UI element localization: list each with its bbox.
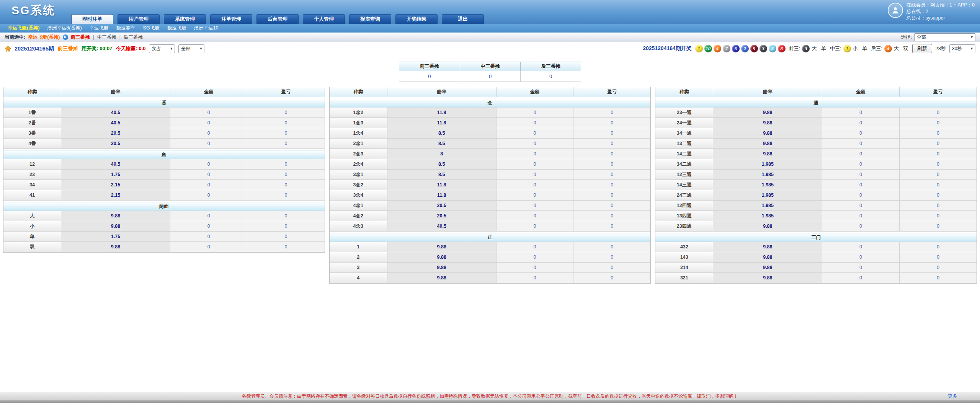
profit-cell: 0 (900, 263, 977, 273)
odds-cell[interactable]: 1.985 (713, 201, 822, 211)
tab-4[interactable]: 后台管理 (256, 14, 299, 24)
odds-cell[interactable]: 8.5 (387, 139, 497, 149)
odds-cell[interactable]: 20.5 (61, 128, 170, 139)
bet-type-cell: 单 (3, 232, 61, 242)
odds-cell[interactable]: 9.88 (387, 242, 497, 252)
more-link[interactable]: 更多 (948, 393, 957, 400)
front3-label: 前三: (789, 45, 800, 52)
subnav-item-6[interactable]: 澳洲幸运10 (190, 25, 222, 31)
odds-cell[interactable]: 2.15 (61, 180, 170, 190)
odds-cell[interactable]: 40.5 (387, 221, 497, 232)
odds-cell[interactable]: 9.88 (713, 242, 822, 252)
odds-cell[interactable]: 9.88 (387, 263, 497, 273)
back3-label: 后三: (871, 45, 882, 52)
refresh-interval-select[interactable]: 30秒 ▼ (949, 44, 975, 53)
odds-cell[interactable]: 1.985 (713, 180, 822, 190)
odds-cell[interactable]: 1.985 (713, 211, 822, 221)
odds-cell[interactable]: 11.8 (387, 180, 497, 190)
game-subnav: 幸运飞艇(番摊)澳洲幸运8(番摊)幸运飞艇极速赛车SG飞艇极速飞艇澳洲幸运10 (0, 24, 980, 33)
home-icon[interactable] (5, 46, 11, 52)
tab-1[interactable]: 用户管理 (118, 14, 160, 24)
subnav-item-3[interactable]: 极速赛车 (113, 25, 139, 31)
odds-cell[interactable]: 8.5 (387, 170, 497, 180)
tab-2[interactable]: 系统管理 (164, 14, 206, 24)
scope-select[interactable]: 全部 ▼ (178, 44, 204, 53)
odds-cell[interactable]: 20.5 (61, 139, 170, 149)
play-icon[interactable]: ▶ (63, 34, 68, 40)
bet-type-cell: 12三通 (655, 170, 713, 180)
odds-cell[interactable]: 9.88 (387, 273, 497, 283)
odds-cell[interactable]: 9.88 (713, 108, 822, 118)
odds-cell[interactable]: 9.88 (713, 273, 822, 283)
bet-type-cell: 1念3 (330, 118, 387, 128)
subnav-item-4[interactable]: SG飞艇 (139, 25, 163, 31)
mode-link-1[interactable]: 中三番摊 (97, 34, 116, 41)
odds-cell[interactable]: 9.88 (713, 139, 822, 149)
odds-cell[interactable]: 9.88 (713, 221, 822, 232)
amount-cell: 0 (497, 273, 573, 283)
bet-type-cell: 23四通 (655, 221, 713, 232)
odds-cell[interactable]: 40.5 (61, 108, 170, 118)
filter-select[interactable]: 全部 ▼ (914, 33, 975, 41)
section-title-通: 通 (655, 99, 977, 108)
profit-cell: 0 (900, 139, 977, 149)
odds-cell[interactable]: 9.88 (713, 263, 822, 273)
odds-cell[interactable]: 9.88 (713, 252, 822, 263)
subnav-item-0[interactable]: 幸运飞艇(番摊) (4, 25, 43, 31)
amount-cell: 0 (170, 221, 247, 232)
odds-cell[interactable]: 9.88 (61, 221, 170, 232)
table-row: 2念18.500 (330, 139, 651, 149)
tab-6[interactable]: 报表查询 (349, 14, 391, 24)
mid3-label: 中三: (830, 45, 841, 52)
table-row: 4番20.500 (3, 139, 325, 149)
table-header-row: 种类赔率金额盈亏 (3, 87, 325, 97)
profit-cell: 0 (247, 211, 324, 221)
tab-5[interactable]: 个人管理 (303, 14, 345, 24)
tab-3[interactable]: 注单管理 (210, 14, 252, 24)
odds-cell[interactable]: 9.88 (387, 252, 497, 263)
mode-link-0[interactable]: 前三番摊 (71, 34, 90, 41)
odds-cell[interactable]: 1.75 (61, 170, 170, 180)
odds-cell[interactable]: 9.88 (713, 128, 822, 139)
amount-cell: 0 (497, 190, 573, 201)
odds-cell[interactable]: 8 (387, 149, 497, 159)
odds-cell[interactable]: 1.75 (61, 232, 170, 242)
odds-cell[interactable]: 1.985 (713, 190, 822, 201)
summary-header-1: 中三番摊 (460, 62, 521, 71)
front3-text: 大 单 (812, 45, 826, 52)
tab-8[interactable]: 退出 (442, 14, 484, 24)
odds-cell[interactable]: 8.5 (387, 128, 497, 139)
odds-cell[interactable]: 11.8 (387, 108, 497, 118)
mode-link-2[interactable]: 后三番摊 (124, 34, 143, 41)
subnav-item-2[interactable]: 幸运飞艇 (86, 25, 113, 31)
odds-cell[interactable]: 11.8 (387, 118, 497, 128)
odds-cell[interactable]: 2.15 (61, 190, 170, 201)
profit-cell: 0 (247, 139, 324, 149)
odds-cell[interactable]: 9.88 (61, 242, 170, 252)
odds-cell[interactable]: 9.88 (713, 118, 822, 128)
tab-7[interactable]: 开奖结果 (395, 14, 438, 24)
current-game-name[interactable]: 幸运飞艇(番摊) (28, 34, 60, 41)
odds-cell[interactable]: 11.8 (387, 190, 497, 201)
bet-type-cell: 3 (330, 263, 387, 273)
amount-cell: 0 (170, 139, 247, 149)
odds-cell[interactable]: 9.88 (61, 211, 170, 221)
back3-result: 后三: 4 大 双 (871, 45, 908, 52)
odds-cell[interactable]: 9.88 (713, 149, 822, 159)
section-title-念: 念 (330, 99, 651, 108)
odds-cell[interactable]: 8.5 (387, 159, 497, 170)
odds-cell[interactable]: 1.985 (713, 159, 822, 170)
odds-cell[interactable]: 40.5 (61, 159, 170, 170)
odds-cell[interactable]: 40.5 (61, 118, 170, 128)
odds-cell[interactable]: 20.5 (387, 201, 497, 211)
odds-cell[interactable]: 20.5 (387, 211, 497, 221)
mode-separator: | (119, 34, 121, 40)
subnav-item-1[interactable]: 澳洲幸运8(番摊) (43, 25, 85, 31)
main-tabs: 即时注单用户管理系统管理注单管理后台管理个人管理报表查询开奖结果退出 (71, 14, 484, 24)
occupancy-select[interactable]: 实占 ▼ (149, 44, 175, 53)
amount-cell: 0 (497, 263, 573, 273)
tab-0[interactable]: 即时注单 (71, 14, 113, 24)
subnav-item-5[interactable]: 极速飞艇 (163, 25, 190, 31)
odds-cell[interactable]: 1.985 (713, 170, 822, 180)
refresh-button[interactable]: 刷新 (912, 44, 932, 53)
